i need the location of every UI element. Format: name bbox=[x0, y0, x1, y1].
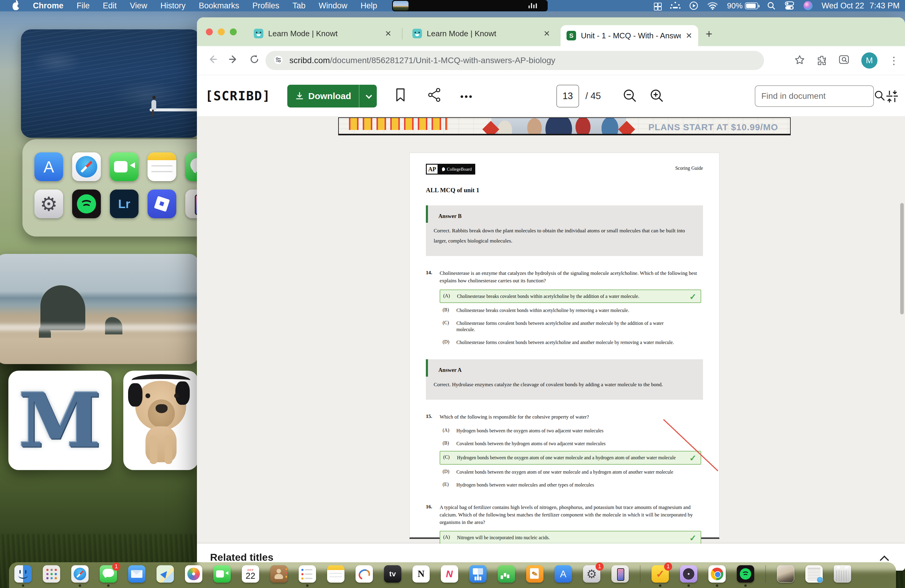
dock-finder[interactable] bbox=[14, 565, 32, 583]
menu-help[interactable]: Help bbox=[360, 1, 377, 11]
close-window-button[interactable] bbox=[206, 29, 213, 35]
dock-pages[interactable]: ✎ bbox=[526, 565, 543, 583]
forward-icon[interactable] bbox=[228, 54, 239, 67]
dock-facetime[interactable] bbox=[213, 565, 231, 583]
dock-maps[interactable] bbox=[157, 565, 174, 583]
dock-vinyl-app[interactable] bbox=[680, 565, 697, 583]
address-bar[interactable]: scribd.com/document/856281271/Unit-1-MCQ… bbox=[265, 51, 764, 70]
window-controls[interactable] bbox=[206, 29, 237, 35]
menu-edit[interactable]: Edit bbox=[103, 1, 117, 11]
dock-spotify[interactable] bbox=[737, 565, 754, 583]
menu-app-name[interactable]: Chrome bbox=[33, 1, 64, 11]
photo-widget-denim-letter[interactable]: M bbox=[8, 371, 112, 470]
dock-contacts[interactable] bbox=[270, 565, 287, 583]
widget-notes[interactable] bbox=[148, 153, 176, 181]
dock-mail[interactable] bbox=[128, 565, 145, 583]
photo-widget-beach[interactable] bbox=[0, 254, 199, 364]
dock-freeform[interactable] bbox=[356, 565, 373, 583]
control-center-icon[interactable] bbox=[784, 1, 795, 10]
dock-notes[interactable] bbox=[327, 565, 345, 583]
dock-photos[interactable] bbox=[185, 565, 202, 583]
scribd-logo[interactable]: [SCRIBD] bbox=[205, 89, 270, 103]
battery-indicator[interactable]: 90% bbox=[727, 1, 758, 11]
back-icon[interactable] bbox=[207, 54, 218, 67]
find-in-document-box[interactable] bbox=[755, 85, 874, 107]
widget-settings[interactable]: ⚙ bbox=[35, 189, 63, 218]
menu-clock[interactable]: Wed Oct 22 7:43 PM bbox=[821, 1, 900, 11]
menu-window[interactable]: Window bbox=[319, 1, 348, 11]
dock-chrome[interactable] bbox=[708, 565, 726, 583]
now-playing-widget[interactable] bbox=[392, 0, 548, 11]
chrome-menu-icon[interactable]: ⋮ bbox=[889, 54, 899, 67]
tab-learn-mode-1[interactable]: Learn Mode | Knowt ✕ bbox=[248, 24, 397, 43]
menu-extra-grid-icon[interactable] bbox=[654, 2, 661, 9]
download-options-chevron[interactable] bbox=[359, 85, 377, 108]
close-tab-icon[interactable]: ✕ bbox=[543, 29, 550, 38]
photo-widget-puppy[interactable] bbox=[123, 371, 198, 470]
menu-file[interactable]: File bbox=[76, 1, 90, 11]
dock-trash[interactable] bbox=[834, 565, 851, 583]
extensions-icon[interactable] bbox=[816, 54, 827, 67]
apple-menu-icon[interactable] bbox=[12, 1, 20, 10]
wifi-icon[interactable] bbox=[707, 2, 718, 10]
save-bookmark-icon[interactable] bbox=[394, 88, 406, 103]
dock-minimized-safari-window[interactable] bbox=[805, 565, 823, 583]
find-search-icon[interactable] bbox=[873, 89, 886, 103]
menu-view[interactable]: View bbox=[130, 1, 147, 11]
now-playing-icon[interactable] bbox=[689, 1, 698, 10]
widget-roblox[interactable] bbox=[148, 189, 176, 218]
dock-reminders[interactable] bbox=[298, 565, 316, 583]
zoom-in-icon[interactable] bbox=[649, 88, 664, 105]
dock-messages[interactable]: 1 bbox=[100, 565, 117, 583]
share-icon[interactable] bbox=[427, 88, 441, 103]
dock-notion[interactable]: N bbox=[413, 565, 430, 583]
window-scrollbar-thumb[interactable] bbox=[900, 203, 904, 315]
widget-safari[interactable] bbox=[72, 153, 101, 181]
page-number-input[interactable]: 13 bbox=[556, 85, 579, 108]
download-button[interactable]: Download bbox=[287, 85, 377, 108]
menu-history[interactable]: History bbox=[160, 1, 186, 11]
dock-numbers[interactable] bbox=[498, 565, 515, 583]
dock-minimized-photo[interactable] bbox=[777, 565, 794, 583]
photo-widget-ocean[interactable] bbox=[21, 29, 200, 138]
widget-spotify[interactable] bbox=[72, 189, 101, 218]
ad-banner[interactable]: PLANS START AT $10.99/MO bbox=[338, 118, 791, 135]
dock-safari[interactable] bbox=[71, 565, 89, 583]
notification-badge: 1 bbox=[595, 563, 603, 571]
dock-launchpad[interactable] bbox=[43, 565, 60, 583]
profile-avatar[interactable]: M bbox=[861, 52, 878, 68]
fullscreen-toggle-icon[interactable] bbox=[885, 89, 899, 105]
dock-app-store[interactable]: A bbox=[554, 565, 572, 583]
menu-profiles[interactable]: Profiles bbox=[252, 1, 279, 11]
spotlight-icon[interactable] bbox=[767, 2, 775, 10]
zoom-window-button[interactable] bbox=[230, 29, 237, 35]
site-settings-icon[interactable] bbox=[273, 55, 283, 66]
menu-bookmarks[interactable]: Bookmarks bbox=[199, 1, 239, 11]
dock-settings[interactable]: ⚙1 bbox=[583, 565, 600, 583]
reload-icon[interactable] bbox=[249, 54, 260, 67]
tab-learn-mode-2[interactable]: Learn Mode | Knowt ✕ bbox=[406, 24, 556, 43]
tab-scribd-active[interactable]: S Unit - 1 - MCQ - With - Answe ✕ bbox=[560, 25, 698, 46]
page-total: / 45 bbox=[585, 91, 601, 102]
dock-check-app[interactable]: ✓1 bbox=[651, 565, 669, 583]
dock-iphone-mirroring[interactable] bbox=[611, 565, 629, 583]
bookmark-star-icon[interactable] bbox=[794, 54, 805, 67]
find-in-document-input[interactable] bbox=[761, 91, 869, 101]
dock-calendar[interactable]: OCT22 bbox=[242, 565, 259, 583]
dock-keynote[interactable] bbox=[469, 565, 487, 583]
dock-apple-tv[interactable]: tv bbox=[384, 565, 401, 583]
more-options-icon[interactable]: ••• bbox=[460, 92, 473, 102]
new-tab-button[interactable]: + bbox=[706, 28, 712, 40]
siri-icon[interactable] bbox=[803, 1, 813, 10]
page-search-icon[interactable] bbox=[838, 55, 850, 66]
dock-news[interactable]: N bbox=[441, 565, 458, 583]
zoom-out-icon[interactable] bbox=[622, 88, 637, 105]
close-tab-icon[interactable]: ✕ bbox=[686, 31, 692, 40]
widget-facetime[interactable] bbox=[110, 153, 138, 181]
widget-lightroom[interactable]: Lr bbox=[110, 189, 138, 218]
close-tab-icon[interactable]: ✕ bbox=[385, 29, 391, 38]
minimize-window-button[interactable] bbox=[218, 29, 225, 35]
menu-extra-dots-icon[interactable] bbox=[670, 2, 680, 10]
widget-app-store[interactable]: A bbox=[35, 153, 63, 181]
menu-tab[interactable]: Tab bbox=[292, 1, 306, 11]
